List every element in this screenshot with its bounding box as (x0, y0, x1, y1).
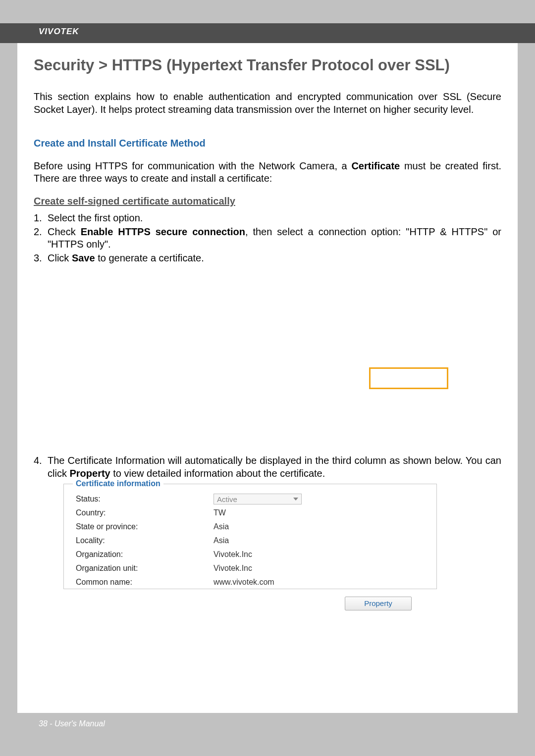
country-value: TW (214, 508, 226, 517)
step-3c: to generate a certificate. (95, 252, 204, 263)
highlight-box (369, 367, 448, 389)
step-4b: Property (69, 468, 110, 479)
property-button[interactable]: Property (345, 597, 412, 610)
step-3a: Click (48, 252, 72, 263)
status-value: Active (217, 495, 237, 504)
step-4: 4. The Certificate Information will auto… (34, 454, 501, 480)
organization-value: Vivotek.Inc (214, 550, 252, 559)
step-3b: Save (72, 252, 95, 263)
step-body: The Certificate Information will automat… (48, 454, 501, 480)
intro-paragraph: This section explains how to enable auth… (34, 90, 501, 116)
before-paragraph: Before using HTTPS for communication wit… (34, 160, 501, 185)
locality-label: Locality: (76, 536, 214, 545)
step-4c: to view detailed information about the c… (110, 468, 325, 479)
step-2b: Enable HTTPS secure connection (81, 226, 245, 237)
step-body: Check Enable HTTPS secure connection, th… (48, 226, 501, 251)
organization-label: Organization: (76, 550, 214, 559)
brand-logo: VIVOTEK (39, 27, 79, 37)
before-text-a: Before using HTTPS for communication wit… (34, 160, 351, 171)
state-value: Asia (214, 522, 229, 531)
step-number: 3. (34, 252, 48, 265)
panel-legend: Certificate information (73, 479, 163, 488)
section-heading: Create and Install Certificate Method (34, 138, 501, 149)
step-number: 4. (34, 454, 48, 480)
common-name-label: Common name: (76, 578, 214, 587)
step-number: 2. (34, 226, 48, 251)
org-unit-label: Organization unit: (76, 564, 214, 573)
step-body: Select the first option. (48, 212, 501, 225)
step-number: 1. (34, 212, 48, 225)
step-2: 2. Check Enable HTTPS secure connection,… (34, 226, 501, 251)
certificate-info-panel: Certificate information Status: Active C… (63, 484, 437, 589)
org-unit-value: Vivotek.Inc (214, 564, 252, 573)
step-body: Click Save to generate a certificate. (48, 252, 501, 265)
step-2a: Check (48, 226, 81, 237)
chevron-down-icon (291, 496, 298, 503)
country-label: Country: (76, 508, 214, 517)
status-dropdown[interactable]: Active (214, 494, 302, 504)
step-3: 3. Click Save to generate a certificate. (34, 252, 501, 265)
footer-page-number: 38 - User's Manual (39, 719, 105, 728)
state-label: State or province: (76, 522, 214, 531)
common-name-value: www.vivotek.com (214, 578, 274, 587)
page-title: Security > HTTPS (Hypertext Transfer Pro… (34, 56, 501, 74)
step-1: 1. Select the first option. (34, 212, 501, 225)
locality-value: Asia (214, 536, 229, 545)
sub-heading: Create self-signed certificate automatic… (34, 196, 501, 207)
certificate-strong: Certificate (351, 160, 400, 171)
status-label: Status: (76, 495, 214, 504)
